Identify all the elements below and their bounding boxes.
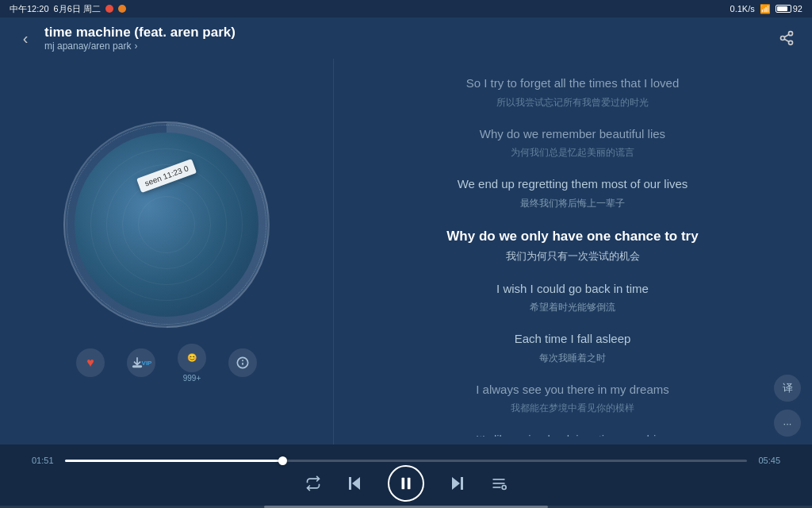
lyric-en-7: It's like going back in a time machine — [476, 431, 669, 437]
lyric-en-1: Why do we remember beautiful lies — [480, 125, 665, 144]
total-time: 05:45 — [756, 456, 780, 465]
svg-rect-12 — [408, 478, 411, 490]
svg-rect-11 — [402, 478, 405, 490]
play-pause-button[interactable] — [388, 465, 424, 502]
progress-fill — [65, 460, 283, 462]
lyric-zh-5: 每次我睡着之时 — [539, 351, 606, 365]
lyric-zh-2: 最终我们将后悔上一辈子 — [520, 196, 625, 210]
svg-rect-10 — [349, 477, 351, 490]
network-speed: 0.1K/s — [730, 4, 755, 13]
album-circle: seen 11:23 0 — [75, 133, 259, 317]
vinyl-line-4 — [138, 196, 195, 253]
svg-line-4 — [784, 34, 789, 37]
emoji-count: 999+ — [183, 374, 201, 383]
song-title: time machine (feat. aren park) — [44, 25, 774, 40]
header-title-area: time machine (feat. aren park) mj apanay… — [44, 25, 774, 52]
header: ‹ time machine (feat. aren park) mj apan… — [0, 17, 812, 59]
svg-marker-13 — [452, 477, 460, 490]
lyric-zh-0: 所以我尝试忘记所有我曾爱过的时光 — [496, 95, 649, 110]
lyric-pair-2[interactable]: We end up regretting them most of our li… — [357, 167, 788, 218]
lyric-zh-4: 希望着时光能够倒流 — [530, 300, 615, 314]
lyric-en-2: We end up regretting them most of our li… — [458, 175, 688, 194]
svg-rect-5 — [132, 366, 141, 367]
lyric-pair-3[interactable]: Why do we only have one chance to try我们为… — [357, 218, 788, 272]
lyric-en-5: Each time I fall asleep — [515, 330, 631, 348]
lyrics-controls: 译 ··· — [774, 375, 801, 437]
left-panel: seen 11:23 0 ♥ VIP 😊 999+ — [0, 59, 333, 444]
lyrics-scroll[interactable]: So I try to forget all the times that I … — [357, 67, 788, 437]
progress-thumb — [278, 456, 287, 465]
lyric-en-6: I always see you there in my dreams — [476, 381, 668, 399]
back-button[interactable]: ‹ — [13, 25, 38, 51]
status-bar: 中午12:20 6月6日 周二 0.1K/s 📶 92 — [0, 0, 812, 17]
info-button[interactable] — [228, 348, 257, 377]
lyric-zh-1: 为何我们总是忆起美丽的谎言 — [511, 145, 634, 160]
info-icon — [228, 348, 257, 377]
svg-rect-14 — [461, 477, 463, 490]
lyric-pair-4[interactable]: I wish I could go back in time希望着时光能够倒流 — [357, 272, 788, 323]
album-art: seen 11:23 0 — [63, 121, 270, 328]
lyric-pair-7[interactable]: It's like going back in a time machine就像… — [357, 423, 788, 437]
svg-point-18 — [502, 486, 506, 490]
lyrics-panel: So I try to forget all the times that I … — [333, 59, 812, 444]
song-artist: mj apanay/aren park › — [44, 40, 774, 52]
like-button[interactable]: ♥ — [76, 348, 105, 377]
status-left: 中午12:20 6月6日 周二 — [10, 3, 126, 15]
emoji-icon: 😊 — [178, 344, 206, 372]
more-button[interactable]: ··· — [774, 410, 801, 437]
download-button[interactable]: VIP — [127, 348, 155, 377]
lyric-pair-1[interactable]: Why do we remember beautiful lies为何我们总是忆… — [357, 117, 788, 168]
status-time: 中午12:20 — [10, 3, 49, 15]
svg-line-3 — [784, 39, 789, 41]
svg-point-0 — [789, 32, 793, 36]
wifi-icon: 📶 — [760, 4, 771, 14]
current-time: 01:51 — [32, 456, 56, 465]
status-right: 0.1K/s 📶 92 — [730, 4, 802, 14]
emoji-button[interactable]: 😊 999+ — [178, 344, 206, 383]
lyric-pair-6[interactable]: I always see you there in my dreams我都能在梦… — [357, 373, 788, 424]
bottom-controls: 01:51 05:45 — [0, 444, 812, 508]
battery: 92 — [776, 4, 802, 13]
svg-point-1 — [781, 37, 785, 40]
battery-bar — [776, 5, 791, 13]
svg-point-2 — [789, 40, 793, 44]
progress-area: 01:51 05:45 — [32, 444, 780, 465]
lyric-en-3: Why do we only have one chance to try — [446, 226, 698, 247]
lyric-en-0: So I try to forget all the times that I … — [466, 75, 679, 93]
battery-fill — [777, 6, 788, 11]
svg-marker-9 — [352, 477, 360, 490]
status-date: 6月6日 周二 — [54, 3, 101, 15]
lyric-en-4: I wish I could go back in time — [496, 280, 649, 298]
progress-bar[interactable] — [65, 460, 747, 462]
lyric-zh-6: 我都能在梦境中看见你的模样 — [511, 401, 634, 415]
playback-row — [32, 465, 780, 508]
battery-percent: 92 — [793, 4, 802, 13]
repeat-button[interactable] — [305, 475, 321, 491]
download-icon: VIP — [127, 348, 155, 377]
status-dot-orange — [118, 5, 126, 13]
lyric-pair-5[interactable]: Each time I fall asleep每次我睡着之时 — [357, 322, 788, 373]
action-row: ♥ VIP 😊 999+ — [76, 344, 257, 383]
heart-icon: ♥ — [76, 348, 105, 377]
lyric-zh-3: 我们为何只有一次尝试的机会 — [506, 248, 640, 264]
next-button[interactable] — [448, 474, 467, 493]
prev-button[interactable] — [345, 474, 364, 493]
share-button[interactable] — [774, 25, 799, 51]
lyric-pair-0[interactable]: So I try to forget all the times that I … — [357, 67, 788, 117]
translate-button[interactable]: 译 — [774, 375, 801, 402]
chevron-right-icon: › — [134, 40, 137, 52]
playlist-button[interactable] — [491, 475, 507, 491]
status-dot-red — [105, 5, 113, 13]
